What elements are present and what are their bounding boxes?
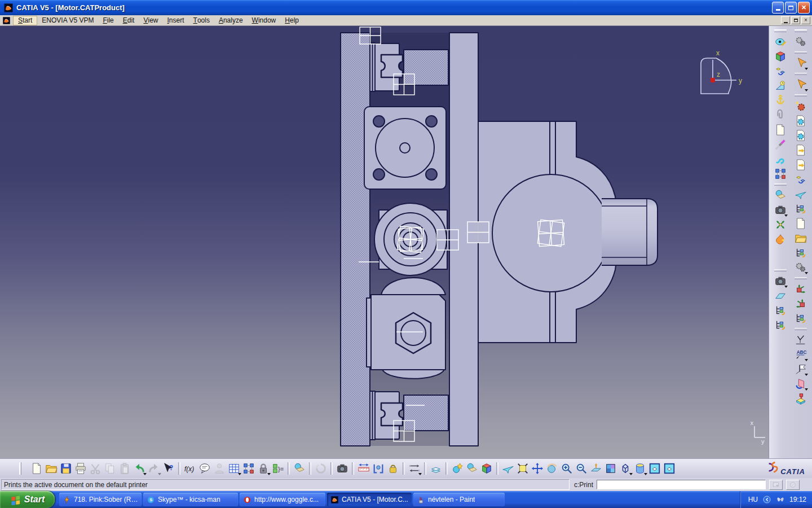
power-input-field[interactable] — [597, 480, 766, 489]
open-icon[interactable] — [44, 461, 59, 476]
whats-this-icon[interactable] — [161, 461, 176, 476]
start-button[interactable]: Start — [0, 491, 55, 508]
dropdown-arrow-icon[interactable] — [418, 473, 422, 475]
text-template-icon[interactable] — [793, 216, 808, 231]
manipulation-icon[interactable] — [773, 137, 788, 152]
mdi-close-button[interactable]: × — [801, 16, 810, 24]
formula-icon[interactable] — [183, 461, 197, 476]
undo-icon[interactable] — [132, 461, 147, 476]
fix-together-icon[interactable] — [793, 391, 808, 406]
language-indicator[interactable]: HU — [748, 496, 758, 503]
dialogs-toggle-button[interactable] — [769, 480, 783, 490]
viewport-3d[interactable]: x y z x y — [0, 26, 769, 458]
menu-edit[interactable]: Edit — [118, 16, 139, 25]
base-plate-left[interactable] — [341, 33, 370, 446]
skype-task-button[interactable]: Skype™ - kicsa-man — [143, 493, 238, 506]
support-plate-right[interactable] — [449, 33, 478, 446]
knowledge-gear-icon[interactable] — [793, 99, 808, 113]
zoom-out-icon[interactable] — [574, 461, 589, 476]
painter-icon[interactable] — [479, 461, 494, 476]
hide-show-icon[interactable] — [647, 461, 662, 476]
minimize-button[interactable] — [772, 2, 784, 14]
rotate-icon[interactable] — [545, 461, 559, 476]
import-document-icon[interactable] — [793, 143, 808, 157]
flag-note-icon[interactable] — [793, 362, 808, 376]
measure-inertia-icon[interactable] — [386, 461, 400, 476]
tray-collapse-icon[interactable] — [762, 495, 771, 504]
check-report-icon[interactable] — [793, 113, 808, 128]
dropdown-arrow-icon[interactable] — [784, 286, 788, 288]
catalog-browser-icon[interactable] — [292, 461, 307, 476]
smart-move-icon[interactable] — [773, 152, 788, 167]
dropdown-arrow-icon[interactable] — [784, 214, 788, 217]
opera-task-button[interactable]: http://www.goggle.c... — [240, 493, 325, 506]
parameters-icon[interactable] — [793, 260, 808, 275]
mdi-minimize-button[interactable] — [781, 16, 790, 24]
expand-tree-all-icon[interactable] — [773, 318, 788, 332]
menu-view[interactable]: View — [139, 16, 162, 25]
sectioning-icon[interactable] — [773, 203, 788, 217]
clash-icon[interactable] — [773, 232, 788, 247]
export-document-icon[interactable] — [793, 157, 808, 172]
constraints-creation-icon[interactable] — [793, 296, 808, 311]
toolbar-separator[interactable] — [19, 462, 21, 475]
zoom-in-icon[interactable] — [559, 461, 574, 476]
annotation-abc-icon[interactable] — [793, 347, 808, 362]
explode-icon[interactable] — [773, 217, 788, 232]
fly-mode-icon[interactable] — [501, 461, 515, 476]
selection-filter-icon[interactable] — [793, 77, 808, 92]
menu-analyze[interactable]: Analyze — [214, 16, 248, 25]
apply-material-icon[interactable] — [450, 461, 465, 476]
new-document-icon[interactable] — [29, 461, 44, 476]
menu-file[interactable]: File — [98, 16, 118, 25]
measure-item-icon[interactable] — [793, 332, 808, 347]
title-bar[interactable]: CATIA V5 - [Motor.CATProduct] ✕ — [0, 0, 812, 15]
dropdown-arrow-icon[interactable] — [805, 359, 808, 361]
pan-icon[interactable] — [530, 461, 545, 476]
angle-constraint-icon[interactable] — [773, 78, 788, 93]
graph-list-icon[interactable] — [793, 246, 808, 260]
select-icon[interactable] — [793, 56, 808, 71]
save-icon[interactable] — [59, 461, 73, 476]
camera-eye-icon[interactable] — [773, 34, 788, 49]
mdi-restore-button[interactable] — [791, 16, 800, 24]
component-icon[interactable] — [773, 64, 788, 78]
toolbar-separator[interactable] — [774, 29, 787, 32]
publish-icon[interactable] — [793, 172, 808, 187]
create-multi-view-icon[interactable] — [603, 461, 618, 476]
constraint-block-icon[interactable] — [241, 461, 256, 476]
dropdown-arrow-icon[interactable] — [805, 388, 808, 391]
design-table-icon[interactable] — [227, 461, 241, 476]
measure-between-icon[interactable] — [371, 461, 386, 476]
catia-task-button[interactable]: CATIA V5 - [Motor.C... — [327, 493, 412, 506]
fly-through-icon[interactable] — [793, 187, 808, 202]
menu-help[interactable]: Help — [280, 16, 303, 25]
equivalent-dimensions-icon[interactable] — [271, 461, 285, 476]
render-style-icon[interactable] — [633, 461, 647, 476]
graphic-properties-icon[interactable] — [465, 461, 479, 476]
dropdown-arrow-icon[interactable] — [805, 374, 808, 376]
menu-insert[interactable]: Insert — [163, 16, 189, 25]
dropdown-arrow-icon[interactable] — [805, 89, 808, 91]
msn-messenger-icon[interactable] — [776, 495, 785, 504]
design-checker-icon[interactable] — [793, 128, 808, 143]
compass-z-dot[interactable] — [710, 78, 715, 82]
send-to-icon[interactable] — [793, 231, 808, 246]
menu-tools[interactable]: Tools — [189, 16, 214, 25]
output-shaft[interactable] — [602, 199, 657, 265]
swap-visible-space-icon[interactable] — [407, 461, 422, 476]
menu-enovia-v5-vpm[interactable]: ENOVIA V5 VPM — [37, 16, 98, 25]
print-icon[interactable] — [73, 461, 88, 476]
normal-view-icon[interactable] — [589, 461, 603, 476]
fit-all-in-icon[interactable] — [515, 461, 530, 476]
winamp-task-button[interactable]: 718. Pink:Sober (Radi... — [59, 493, 142, 506]
section-plane-icon[interactable] — [773, 288, 788, 303]
expand-tree-first-icon[interactable] — [773, 303, 788, 318]
isometric-view-icon[interactable] — [618, 461, 633, 476]
tree-reorder-icon[interactable] — [793, 202, 808, 216]
settings-gears-icon[interactable] — [793, 34, 808, 49]
dropdown-arrow-icon[interactable] — [805, 272, 808, 274]
snap-icon[interactable] — [773, 188, 788, 203]
capture-icon[interactable] — [335, 461, 350, 476]
attach-icon[interactable] — [773, 108, 788, 122]
